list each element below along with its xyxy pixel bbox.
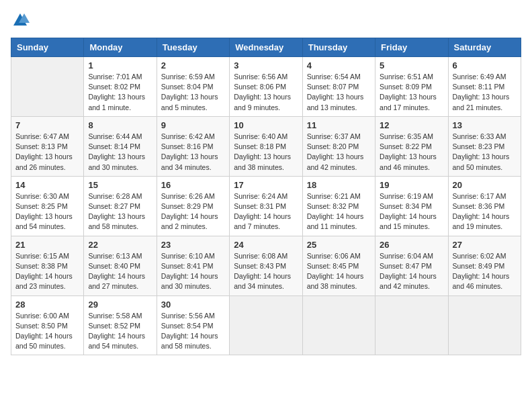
day-cell: [302, 295, 375, 355]
day-info: Sunrise: 6:40 AM Sunset: 8:18 PM Dayligh…: [234, 132, 298, 173]
day-info: Sunrise: 6:17 AM Sunset: 8:36 PM Dayligh…: [453, 191, 517, 232]
day-cell: 18Sunrise: 6:21 AM Sunset: 8:32 PM Dayli…: [302, 176, 375, 236]
day-cell: 13Sunrise: 6:33 AM Sunset: 8:23 PM Dayli…: [448, 116, 521, 176]
header: [11, 11, 521, 30]
day-info: Sunrise: 6:00 AM Sunset: 8:50 PM Dayligh…: [15, 311, 79, 352]
calendar: SundayMondayTuesdayWednesdayThursdayFrid…: [11, 38, 521, 355]
weekday-header-sunday: Sunday: [11, 38, 84, 57]
day-cell: 3Sunrise: 6:56 AM Sunset: 8:06 PM Daylig…: [230, 57, 302, 117]
day-number: 9: [161, 120, 225, 130]
day-info: Sunrise: 6:02 AM Sunset: 8:49 PM Dayligh…: [453, 251, 517, 292]
day-cell: 4Sunrise: 6:54 AM Sunset: 8:07 PM Daylig…: [302, 57, 375, 117]
day-cell: 19Sunrise: 6:19 AM Sunset: 8:34 PM Dayli…: [375, 176, 448, 236]
day-cell: 14Sunrise: 6:30 AM Sunset: 8:25 PM Dayli…: [11, 176, 84, 236]
day-info: Sunrise: 6:49 AM Sunset: 8:11 PM Dayligh…: [453, 72, 517, 113]
day-number: 14: [15, 180, 79, 190]
day-info: Sunrise: 6:37 AM Sunset: 8:20 PM Dayligh…: [307, 132, 371, 173]
logo-icon: [11, 11, 30, 30]
day-cell: 28Sunrise: 6:00 AM Sunset: 8:50 PM Dayli…: [11, 295, 84, 355]
day-number: 29: [88, 300, 152, 310]
day-info: Sunrise: 6:28 AM Sunset: 8:27 PM Dayligh…: [88, 191, 152, 232]
day-cell: 25Sunrise: 6:06 AM Sunset: 8:45 PM Dayli…: [302, 236, 375, 295]
day-info: Sunrise: 6:54 AM Sunset: 8:07 PM Dayligh…: [307, 72, 371, 113]
weekday-header-friday: Friday: [375, 38, 448, 57]
weekday-header-saturday: Saturday: [448, 38, 521, 57]
day-number: 28: [15, 300, 79, 310]
day-cell: 20Sunrise: 6:17 AM Sunset: 8:36 PM Dayli…: [448, 176, 521, 236]
day-cell: 5Sunrise: 6:51 AM Sunset: 8:09 PM Daylig…: [375, 57, 448, 117]
day-info: Sunrise: 6:33 AM Sunset: 8:23 PM Dayligh…: [453, 132, 517, 173]
day-cell: 17Sunrise: 6:24 AM Sunset: 8:31 PM Dayli…: [230, 176, 302, 236]
day-number: 30: [161, 300, 225, 310]
week-row-3: 14Sunrise: 6:30 AM Sunset: 8:25 PM Dayli…: [11, 176, 521, 236]
day-cell: [230, 295, 302, 355]
day-info: Sunrise: 6:24 AM Sunset: 8:31 PM Dayligh…: [234, 191, 298, 232]
day-info: Sunrise: 6:59 AM Sunset: 8:04 PM Dayligh…: [161, 72, 225, 113]
day-number: 13: [453, 120, 517, 130]
day-number: 16: [161, 180, 225, 190]
day-cell: 30Sunrise: 5:56 AM Sunset: 8:54 PM Dayli…: [157, 295, 229, 355]
day-info: Sunrise: 6:47 AM Sunset: 8:13 PM Dayligh…: [15, 132, 79, 173]
day-number: 12: [380, 120, 443, 130]
day-cell: 16Sunrise: 6:26 AM Sunset: 8:29 PM Dayli…: [157, 176, 229, 236]
day-info: Sunrise: 6:19 AM Sunset: 8:34 PM Dayligh…: [380, 191, 443, 232]
weekday-header-monday: Monday: [84, 38, 157, 57]
day-number: 17: [234, 180, 298, 190]
day-number: 21: [15, 240, 79, 250]
day-info: Sunrise: 5:56 AM Sunset: 8:54 PM Dayligh…: [161, 311, 225, 352]
day-cell: 9Sunrise: 6:42 AM Sunset: 8:16 PM Daylig…: [157, 116, 229, 176]
day-number: 3: [234, 60, 298, 71]
day-info: Sunrise: 6:26 AM Sunset: 8:29 PM Dayligh…: [161, 191, 225, 232]
weekday-header-tuesday: Tuesday: [157, 38, 229, 57]
day-number: 6: [453, 60, 517, 71]
day-cell: 21Sunrise: 6:15 AM Sunset: 8:38 PM Dayli…: [11, 236, 84, 295]
day-number: 22: [88, 240, 152, 250]
day-cell: 26Sunrise: 6:04 AM Sunset: 8:47 PM Dayli…: [375, 236, 448, 295]
day-number: 23: [161, 240, 225, 250]
day-number: 25: [307, 240, 371, 250]
day-cell: [375, 295, 448, 355]
week-row-1: 1Sunrise: 7:01 AM Sunset: 8:02 PM Daylig…: [11, 57, 521, 117]
day-info: Sunrise: 6:44 AM Sunset: 8:14 PM Dayligh…: [88, 132, 152, 173]
day-cell: [11, 57, 84, 117]
day-cell: 29Sunrise: 5:58 AM Sunset: 8:52 PM Dayli…: [84, 295, 157, 355]
day-number: 11: [307, 120, 371, 130]
day-cell: 7Sunrise: 6:47 AM Sunset: 8:13 PM Daylig…: [11, 116, 84, 176]
day-number: 20: [453, 180, 517, 190]
weekday-header-row: SundayMondayTuesdayWednesdayThursdayFrid…: [11, 38, 521, 57]
day-cell: 23Sunrise: 6:10 AM Sunset: 8:41 PM Dayli…: [157, 236, 229, 295]
day-number: 27: [453, 240, 517, 250]
day-number: 1: [88, 60, 152, 71]
day-cell: 12Sunrise: 6:35 AM Sunset: 8:22 PM Dayli…: [375, 116, 448, 176]
weekday-header-thursday: Thursday: [302, 38, 375, 57]
day-number: 10: [234, 120, 298, 130]
day-number: 7: [15, 120, 79, 130]
day-cell: 2Sunrise: 6:59 AM Sunset: 8:04 PM Daylig…: [157, 57, 229, 117]
day-info: Sunrise: 6:51 AM Sunset: 8:09 PM Dayligh…: [380, 72, 443, 113]
day-cell: 10Sunrise: 6:40 AM Sunset: 8:18 PM Dayli…: [230, 116, 302, 176]
day-number: 15: [88, 180, 152, 190]
day-info: Sunrise: 6:56 AM Sunset: 8:06 PM Dayligh…: [234, 72, 298, 113]
day-number: 24: [234, 240, 298, 250]
week-row-2: 7Sunrise: 6:47 AM Sunset: 8:13 PM Daylig…: [11, 116, 521, 176]
day-info: Sunrise: 7:01 AM Sunset: 8:02 PM Dayligh…: [88, 72, 152, 113]
day-cell: 8Sunrise: 6:44 AM Sunset: 8:14 PM Daylig…: [84, 116, 157, 176]
day-cell: 27Sunrise: 6:02 AM Sunset: 8:49 PM Dayli…: [448, 236, 521, 295]
day-cell: 22Sunrise: 6:13 AM Sunset: 8:40 PM Dayli…: [84, 236, 157, 295]
day-cell: 11Sunrise: 6:37 AM Sunset: 8:20 PM Dayli…: [302, 116, 375, 176]
day-info: Sunrise: 5:58 AM Sunset: 8:52 PM Dayligh…: [88, 311, 152, 352]
logo: [11, 11, 32, 30]
day-number: 5: [380, 60, 443, 71]
day-info: Sunrise: 6:15 AM Sunset: 8:38 PM Dayligh…: [15, 251, 79, 292]
day-info: Sunrise: 6:08 AM Sunset: 8:43 PM Dayligh…: [234, 251, 298, 292]
week-row-5: 28Sunrise: 6:00 AM Sunset: 8:50 PM Dayli…: [11, 295, 521, 355]
day-cell: 24Sunrise: 6:08 AM Sunset: 8:43 PM Dayli…: [230, 236, 302, 295]
day-number: 4: [307, 60, 371, 71]
week-row-4: 21Sunrise: 6:15 AM Sunset: 8:38 PM Dayli…: [11, 236, 521, 295]
day-info: Sunrise: 6:30 AM Sunset: 8:25 PM Dayligh…: [15, 191, 79, 232]
day-info: Sunrise: 6:10 AM Sunset: 8:41 PM Dayligh…: [161, 251, 225, 292]
day-number: 8: [88, 120, 152, 130]
day-number: 2: [161, 60, 225, 71]
day-info: Sunrise: 6:04 AM Sunset: 8:47 PM Dayligh…: [380, 251, 443, 292]
day-number: 18: [307, 180, 371, 190]
